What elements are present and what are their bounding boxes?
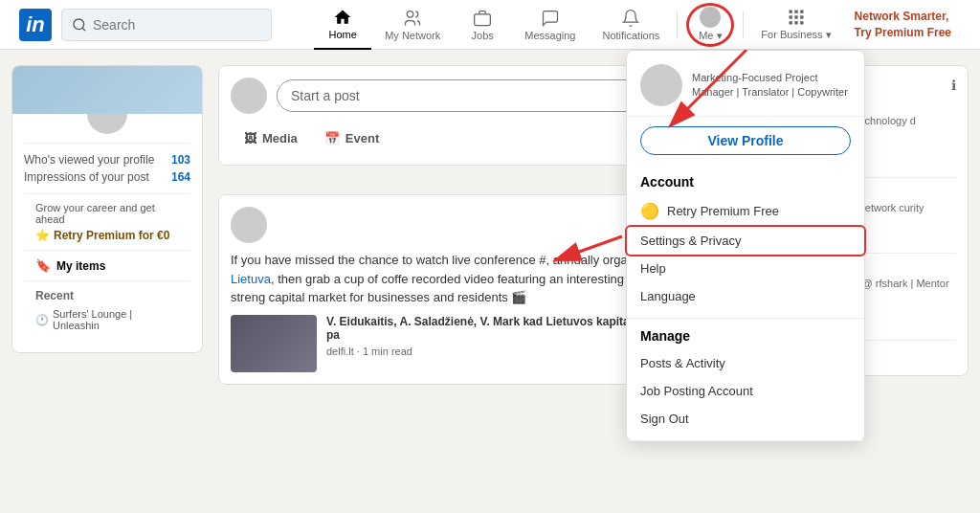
dropdown-avatar	[640, 64, 682, 106]
dropdown-job-posting[interactable]: Job Posting Account	[627, 377, 864, 405]
retry-premium-label: Retry Premium Free	[667, 204, 779, 218]
my-items-label: My items	[56, 259, 105, 273]
dropdown-profile-section: Marketing-Focused Project Manager | Tran…	[627, 51, 864, 117]
event-icon: 📅	[324, 131, 340, 145]
event-label: Event	[345, 131, 379, 145]
nav-item-jobs[interactable]: Jobs	[454, 0, 511, 50]
search-icon	[72, 17, 87, 33]
feed-post-avatar	[231, 207, 267, 243]
language-label: Language	[640, 289, 696, 303]
svg-rect-5	[794, 11, 797, 13]
dropdown-account-section: Account 🟡 Retry Premium Free Settings & …	[627, 165, 864, 319]
me-avatar	[700, 7, 721, 28]
profile-stat-impressions[interactable]: Impressions of your post 164	[24, 168, 190, 186]
article-read-time: 1 min read	[363, 346, 412, 357]
nav-item-for-business[interactable]: For Business ▾	[747, 0, 844, 50]
nav-item-messaging[interactable]: Messaging	[511, 0, 589, 50]
impressions-label: Impressions of your post	[24, 170, 149, 184]
search-bar[interactable]	[61, 9, 272, 41]
help-label: Help	[640, 261, 666, 276]
post-media-button[interactable]: 🖼 Media	[231, 123, 311, 153]
svg-rect-8	[794, 15, 797, 18]
svg-point-0	[74, 19, 84, 30]
nav-items: Home My Network Jobs Messaging Notificat…	[314, 0, 961, 50]
premium-icon: 🟡	[640, 202, 659, 220]
notifications-icon	[621, 9, 640, 28]
search-input[interactable]	[93, 17, 261, 33]
nav-network-label: My Network	[385, 30, 440, 41]
dropdown-language[interactable]: Language	[627, 282, 864, 310]
profile-card-body: Who's viewed your profile 103 Impression…	[12, 143, 202, 352]
nav-item-network[interactable]: My Network	[371, 0, 454, 50]
dropdown-settings-privacy[interactable]: Settings & Privacy	[627, 227, 864, 255]
nav-home-label: Home	[329, 29, 357, 40]
dropdown-account-title: Account	[627, 172, 864, 195]
svg-rect-7	[789, 15, 791, 18]
messaging-icon	[541, 9, 560, 28]
nav-item-notifications[interactable]: Notifications	[589, 0, 673, 50]
dropdown-posts-activity[interactable]: Posts & Activity	[627, 349, 864, 377]
svg-rect-4	[789, 11, 791, 13]
dropdown-retry-premium[interactable]: 🟡 Retry Premium Free	[627, 195, 864, 227]
nav-item-me[interactable]: Me ▾	[681, 0, 739, 50]
profile-card: Who's viewed your profile 103 Impression…	[11, 65, 203, 353]
info-icon: ℹ	[951, 78, 956, 93]
for-business-label: For Business ▾	[761, 29, 831, 41]
nav-me-label: Me ▾	[699, 30, 722, 42]
linkedin-logo[interactable]: in	[19, 9, 52, 41]
premium-star-icon: ⭐	[35, 229, 50, 242]
view-profile-button[interactable]: View Profile	[640, 126, 851, 155]
home-icon	[333, 8, 352, 27]
recent-icon: 🕐	[35, 314, 49, 326]
impressions-value: 164	[171, 170, 190, 184]
recent-section: Recent 🕐 Surfers' Lounge | Unleashin	[24, 280, 190, 343]
nav-premium[interactable]: Network Smarter, Try Premium Free	[845, 9, 961, 41]
nav-notifications-label: Notifications	[602, 30, 659, 41]
recent-label: Recent	[35, 289, 179, 302]
me-dropdown-menu: Marketing-Focused Project Manager | Tran…	[626, 50, 865, 410]
views-label: Who's viewed your profile	[24, 153, 154, 167]
dropdown-manage-title: Manage	[627, 326, 864, 349]
nav-me-wrapper: Me ▾	[681, 0, 739, 50]
dropdown-manage-section: Manage Posts & Activity Job Posting Acco…	[627, 319, 864, 410]
retry-premium-sidebar[interactable]: ⭐ Retry Premium for €0	[35, 229, 179, 242]
job-posting-label: Job Posting Account	[640, 384, 753, 398]
dropdown-sign-out[interactable]: Sign Out	[627, 405, 864, 410]
svg-rect-11	[794, 21, 797, 24]
grid-icon	[787, 8, 806, 27]
posts-activity-label: Posts & Activity	[640, 356, 725, 370]
profile-stats: Who's viewed your profile 103 Impression…	[24, 143, 190, 193]
dropdown-user-info: Marketing-Focused Project Manager | Tran…	[692, 71, 851, 100]
profile-stat-views[interactable]: Who's viewed your profile 103	[24, 151, 190, 168]
recent-item-label: Surfers' Lounge | Unleashin	[53, 308, 179, 331]
media-label: Media	[262, 131, 298, 145]
article-source: delfi.lt	[326, 346, 354, 357]
svg-rect-10	[789, 21, 791, 24]
svg-rect-6	[800, 11, 803, 13]
recent-item-0[interactable]: 🕐 Surfers' Lounge | Unleashin	[35, 308, 179, 331]
nav-divider	[677, 11, 678, 38]
nav-item-home[interactable]: Home	[314, 0, 371, 50]
svg-rect-12	[800, 21, 803, 24]
top-navigation: in Home My Network Jobs Messaging Notifi…	[0, 0, 980, 50]
retry-premium-sidebar-label: Retry Premium for €0	[54, 229, 169, 242]
dropdown-help[interactable]: Help	[627, 255, 864, 282]
premium-line2: Try Premium Free	[855, 25, 951, 41]
grow-text: Grow your career and get ahead	[35, 202, 179, 225]
dropdown-user-title: Marketing-Focused Project Manager | Tran…	[692, 71, 851, 100]
grow-section: Grow your career and get ahead ⭐ Retry P…	[24, 193, 190, 250]
premium-line1: Network Smarter,	[855, 9, 949, 25]
settings-privacy-label: Settings & Privacy	[640, 234, 742, 248]
media-icon: 🖼	[244, 131, 256, 145]
views-value: 103	[171, 153, 190, 167]
nav-messaging-label: Messaging	[524, 30, 575, 41]
svg-point-2	[407, 11, 413, 17]
feed-article-thumbnail	[231, 315, 317, 372]
post-event-button[interactable]: 📅 Event	[311, 123, 392, 153]
svg-rect-3	[475, 13, 491, 25]
nav-jobs-label: Jobs	[472, 30, 494, 41]
my-items[interactable]: 🔖 My items	[24, 250, 190, 280]
left-sidebar: Who's viewed your profile 103 Impression…	[11, 65, 203, 394]
bookmark-icon: 🔖	[35, 258, 51, 273]
nav-divider-2	[743, 11, 744, 38]
